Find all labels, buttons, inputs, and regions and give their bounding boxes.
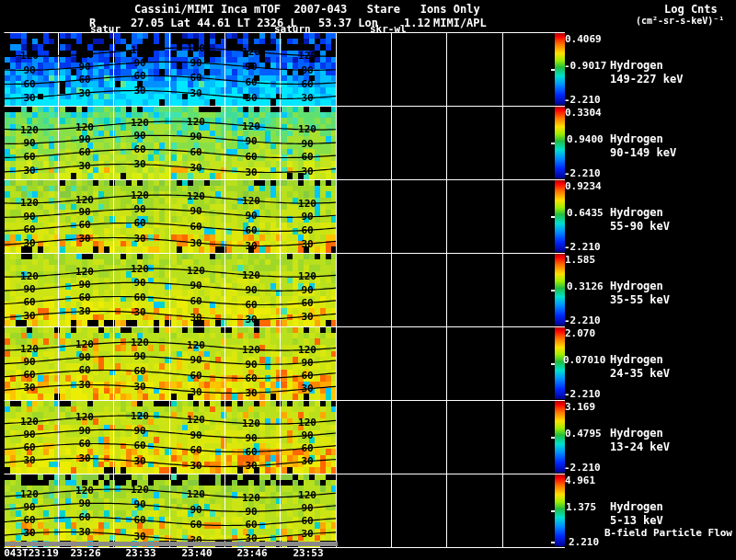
colorbar-max-label: 0.4069	[565, 34, 602, 44]
panel-species-label: Hydrogen	[610, 501, 663, 512]
colorbar-max-label: 4.961	[565, 475, 595, 486]
bfield-annotation: B-field Particle Flow	[604, 528, 732, 538]
panel-energy-label: 149-227 keV	[610, 74, 683, 85]
colorbar-min-label: -2.210	[564, 168, 601, 178]
colorbar-mid-label: 1.375	[566, 502, 596, 512]
panel-energy-label: 24-35 keV	[610, 368, 670, 379]
mimi-spectrogram-display: Cassini/MIMI Inca mTOF 2007-043 Stare Io…	[0, 0, 736, 560]
colorbar-title-line1: Log Cnts	[664, 4, 718, 15]
panel-energy-label: 90-149 keV	[610, 147, 676, 158]
panel-species-label: Hydrogen	[610, 133, 663, 144]
overlay-label-skr-wl: skr-wl	[370, 24, 407, 34]
l-shell-readout: 1.12	[404, 17, 431, 29]
colorbar-min-label: -2.210	[564, 463, 601, 473]
x-axis-tick: 23:53	[293, 548, 323, 558]
colorbar-min-label: 2.210	[569, 537, 599, 547]
panel-species-label: Hydrogen	[610, 280, 663, 291]
colorbar-min-label: -2.210	[564, 95, 601, 105]
ephemeris-readout: 27.05 Lat 44.61 LT 2326 L	[131, 17, 297, 29]
x-axis-tick: 23:33	[125, 548, 155, 558]
panel-energy-label: 13-24 keV	[610, 441, 670, 452]
x-axis-tick: 23:40	[181, 548, 212, 558]
panel-species-label: Hydrogen	[610, 60, 663, 71]
instrument-source-label: MIMI/APL	[433, 17, 487, 29]
overlay-label-saturn: saturn	[274, 24, 311, 34]
colorbar-mid-label: 0.3126	[567, 281, 604, 291]
colorbar-max-label: 0.3304	[565, 108, 602, 118]
page-title: Cassini/MIMI Inca mTOF 2007-043 Stare Io…	[134, 4, 480, 15]
colorbar-title-line2: (cm²-sr-s-keV)⁻¹	[636, 17, 724, 26]
x-axis-tick: 23:26	[70, 548, 100, 558]
x-axis-tick: 043T23:19	[4, 548, 59, 558]
colorbar-mid-label: 0.9400	[567, 134, 604, 144]
colorbar-max-label: 0.9234	[565, 181, 602, 191]
panel-energy-label: 35-55 keV	[610, 294, 670, 305]
panel-species-label: Hydrogen	[610, 428, 663, 439]
colorbar-min-label: -2.210	[564, 315, 601, 326]
colorbar-max-label: 2.070	[565, 328, 595, 338]
panel-species-label: Hydrogen	[610, 207, 663, 218]
colorbar-max-label: 3.169	[565, 402, 595, 412]
colorbar-mid-label: -0.9017	[564, 61, 606, 71]
x-axis-tick: 23:46	[236, 548, 267, 558]
colorbar-min-label: -2.210	[564, 389, 601, 399]
panel-energy-label: 55-90 keV	[610, 221, 670, 232]
colorbar-max-label: 1.585	[565, 255, 595, 265]
panel-energy-label: 5-13 keV	[610, 515, 663, 526]
colorbar-mid-label: 0.07010	[563, 355, 605, 365]
colorbar-min-label: -2.210	[564, 242, 601, 252]
overlay-label-satur: satur	[90, 24, 121, 34]
colorbar-mid-label: 0.6435	[567, 208, 604, 218]
panel-species-label: Hydrogen	[610, 354, 663, 365]
colorbar-mid-label: 0.4795	[565, 429, 602, 439]
